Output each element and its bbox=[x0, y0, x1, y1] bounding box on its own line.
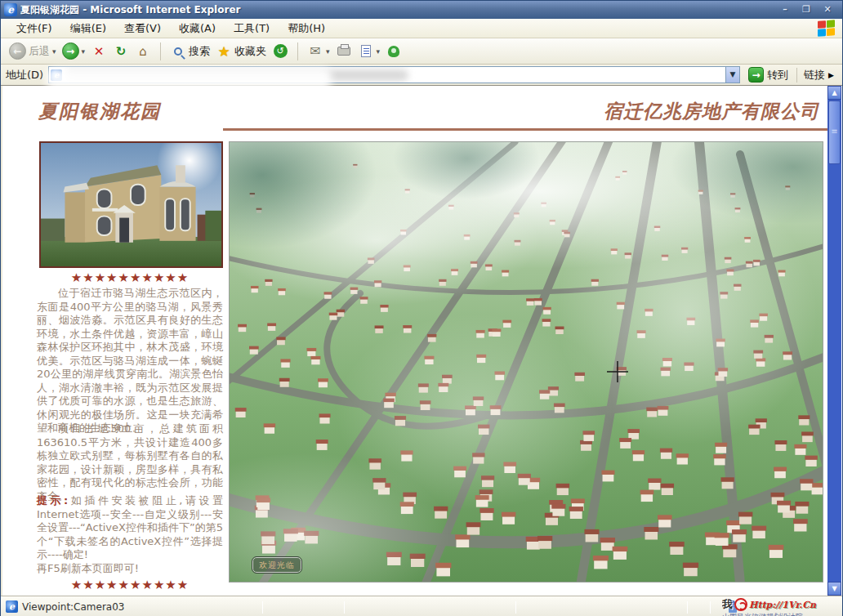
watermark-logo-icon bbox=[734, 598, 747, 611]
windows-flag-icon bbox=[818, 20, 836, 38]
toolbar-separator bbox=[160, 42, 161, 60]
scroll-down-icon[interactable]: ▼ bbox=[827, 582, 841, 596]
menu-bar: 文件(F) 编辑(E) 查看(V) 收藏(A) 工具(T) 帮助(H) bbox=[1, 19, 842, 38]
ie-logo-icon: e bbox=[4, 3, 17, 16]
history-icon: ↺ bbox=[274, 44, 288, 58]
refresh-button[interactable]: ↻ bbox=[113, 43, 129, 60]
scrollbar-thumb[interactable] bbox=[828, 100, 841, 164]
page-content: 夏阳银湖花园 宿迁亿兆房地产有限公司 bbox=[2, 86, 842, 596]
close-button[interactable]: ✕ bbox=[821, 4, 834, 16]
search-button[interactable]: 搜索 bbox=[170, 43, 210, 60]
menu-edit[interactable]: 编辑(E) bbox=[61, 19, 115, 38]
watermark-subtext: 山围风光旅游规划设计院 bbox=[722, 612, 841, 616]
stars-divider-top: ★★★★★★★★★★ bbox=[37, 270, 223, 285]
site-watermark: 我 Http://1Vr.Cn 山围风光旅游规划设计院 bbox=[722, 597, 841, 616]
plugin-tip: 提示:如插件安装被阻止,请设置Internet选项--安全---自定义级别---… bbox=[37, 494, 223, 575]
favorites-button[interactable]: ★ 收藏夹 bbox=[216, 43, 266, 60]
maximize-button[interactable]: ❐ bbox=[800, 4, 813, 16]
project-title: 夏阳银湖花园 bbox=[38, 99, 161, 124]
vertical-scrollbar[interactable]: ▲ ▼ bbox=[827, 86, 841, 596]
title-bar[interactable]: e 夏阳银湖花园 - Microsoft Internet Explorer –… bbox=[1, 1, 842, 19]
address-label: 地址(D) bbox=[6, 68, 43, 83]
url-blur-overlay bbox=[46, 68, 332, 89]
menu-favorites[interactable]: 收藏(A) bbox=[170, 19, 225, 38]
mail-icon: ✉ bbox=[307, 43, 323, 60]
title-rule bbox=[223, 128, 827, 131]
back-button[interactable]: ← 后退 ▾ bbox=[9, 42, 56, 60]
minimize-button[interactable]: – bbox=[778, 4, 792, 16]
tip-label: 提示: bbox=[37, 494, 68, 507]
welcome-overlay-button[interactable]: 欢迎光临 bbox=[252, 557, 301, 573]
watermark-prefix: 我 bbox=[722, 597, 733, 612]
menu-tools[interactable]: 工具(T) bbox=[225, 19, 279, 38]
home-button[interactable]: ⌂ bbox=[135, 43, 151, 60]
status-bar: e Viewpoint:Camera03 bbox=[1, 596, 842, 616]
menu-help[interactable]: 帮助(H) bbox=[279, 19, 334, 38]
back-dropdown-icon[interactable]: ▾ bbox=[52, 47, 56, 56]
printer-icon bbox=[337, 47, 350, 56]
links-button[interactable]: 链接 ▶ bbox=[796, 68, 837, 83]
stop-button[interactable]: ✕ bbox=[91, 43, 107, 60]
history-button[interactable]: ↺ bbox=[272, 43, 288, 60]
favorites-star-icon: ★ bbox=[216, 43, 232, 60]
edit-button[interactable]: ▾ bbox=[358, 43, 381, 60]
forward-arrow-icon: → bbox=[62, 42, 79, 60]
links-expand-icon: ▶ bbox=[828, 71, 834, 79]
search-icon bbox=[170, 43, 186, 60]
mail-button[interactable]: ✉ ▾ bbox=[307, 43, 330, 60]
description-paragraph-2: 项目占地500亩，总建筑面积163610.5平方米，共设计建造400多栋独立欧式… bbox=[37, 422, 223, 503]
messenger-icon bbox=[388, 46, 399, 57]
vrml-3d-viewport[interactable]: 欢迎光临 bbox=[229, 141, 823, 583]
forward-button[interactable]: → ▾ bbox=[62, 42, 86, 60]
watermark-url: Http://1Vr.Cn bbox=[749, 600, 816, 610]
company-title: 宿迁亿兆房地产有限公司 bbox=[604, 99, 819, 124]
go-button[interactable]: → 转到 bbox=[745, 67, 792, 83]
address-dropdown-button[interactable]: ▼ bbox=[725, 67, 739, 83]
status-page-icon: e bbox=[6, 600, 18, 613]
browser-window: e 夏阳银湖花园 - Microsoft Internet Explorer –… bbox=[0, 0, 843, 616]
menu-file[interactable]: 文件(F) bbox=[7, 19, 61, 38]
messenger-button[interactable] bbox=[386, 43, 402, 60]
menu-view[interactable]: 查看(V) bbox=[115, 19, 170, 38]
description-paragraph-1: 位于宿迁市骆马湖生态示范区内，东面是400平方公里的骆马湖，风景秀丽、烟波浩淼。… bbox=[37, 287, 223, 435]
window-title: 夏阳银湖花园 - Microsoft Internet Explorer bbox=[20, 3, 778, 17]
scroll-up-icon[interactable]: ▲ bbox=[827, 86, 841, 100]
edit-page-icon bbox=[361, 45, 371, 57]
viewpoint-status: Viewpoint:Camera03 bbox=[22, 601, 124, 613]
go-arrow-icon: → bbox=[748, 67, 764, 83]
stars-divider-bottom: ★★★★★★★★★★ bbox=[37, 578, 223, 592]
back-arrow-icon: ← bbox=[9, 42, 26, 60]
forward-dropdown-icon[interactable]: ▾ bbox=[82, 47, 86, 56]
standard-toolbar: ← 后退 ▾ → ▾ ✕ ↻ ⌂ 搜索 ★ 收藏夹 ↺ ✉ ▾ ▾ bbox=[1, 38, 842, 65]
villa-photo bbox=[39, 141, 223, 268]
toolbar-separator bbox=[297, 42, 298, 60]
print-button[interactable] bbox=[336, 43, 352, 60]
